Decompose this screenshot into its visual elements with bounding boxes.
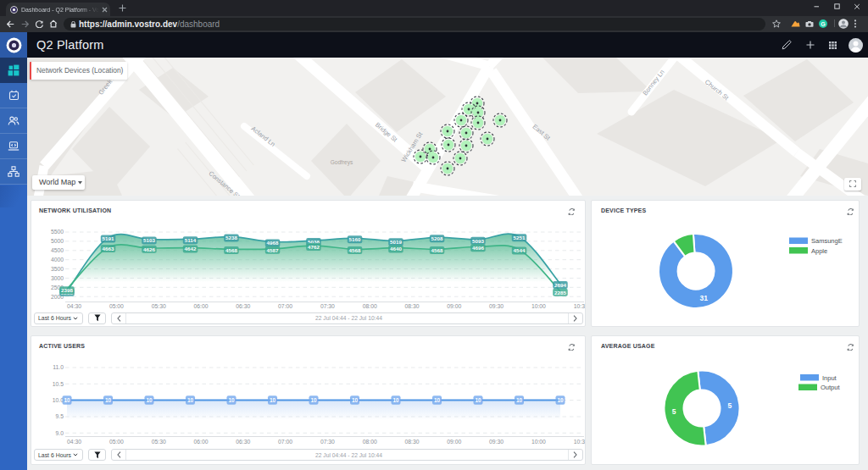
svg-text:10: 10 xyxy=(228,397,235,403)
svg-text:3500: 3500 xyxy=(51,266,64,272)
svg-text:05:00: 05:00 xyxy=(109,439,124,445)
svg-text:3000: 3000 xyxy=(51,275,64,281)
svg-text:4762: 4762 xyxy=(308,244,320,250)
svg-text:4000: 4000 xyxy=(51,257,64,263)
svg-text:5208: 5208 xyxy=(431,235,443,241)
svg-text:10: 10 xyxy=(64,397,70,403)
svg-text:4568: 4568 xyxy=(349,247,361,253)
svg-text:4663: 4663 xyxy=(103,246,114,252)
svg-text:10: 10 xyxy=(270,397,276,403)
svg-text:10: 10 xyxy=(392,397,399,403)
svg-text:08:00: 08:00 xyxy=(363,303,377,309)
svg-text:4640: 4640 xyxy=(390,246,402,252)
svg-text:4968: 4968 xyxy=(267,240,279,246)
svg-text:5019: 5019 xyxy=(390,239,402,245)
svg-text:06:30: 06:30 xyxy=(236,303,250,309)
svg-text:10:30: 10:30 xyxy=(574,303,586,309)
svg-text:2694: 2694 xyxy=(554,282,566,288)
svg-text:10:30: 10:30 xyxy=(574,439,586,445)
svg-text:4500: 4500 xyxy=(51,247,64,253)
svg-text:07:30: 07:30 xyxy=(320,303,335,309)
svg-text:10: 10 xyxy=(557,397,564,403)
svg-text:4568: 4568 xyxy=(431,247,443,253)
svg-text:SamsungE: SamsungE xyxy=(811,237,843,245)
svg-text:10: 10 xyxy=(434,397,441,403)
svg-text:07:00: 07:00 xyxy=(278,439,292,445)
svg-text:4626: 4626 xyxy=(143,246,155,252)
svg-text:09:30: 09:30 xyxy=(489,439,504,445)
svg-text:08:30: 08:30 xyxy=(404,303,419,309)
svg-text:04:30: 04:30 xyxy=(67,439,81,445)
svg-text:10:00: 10:00 xyxy=(531,439,546,445)
svg-text:4544: 4544 xyxy=(514,247,526,253)
svg-text:5000: 5000 xyxy=(51,238,64,244)
svg-text:Godfreys: Godfreys xyxy=(331,159,353,166)
svg-text:Bonney Ln: Bonney Ln xyxy=(641,69,665,97)
svg-text:10: 10 xyxy=(146,397,153,403)
svg-text:5103: 5103 xyxy=(143,237,155,243)
svg-text:10.0: 10.0 xyxy=(53,397,64,403)
svg-text:31: 31 xyxy=(700,294,709,302)
svg-text:10: 10 xyxy=(475,397,481,403)
svg-text:10:00: 10:00 xyxy=(531,303,546,309)
svg-text:4696: 4696 xyxy=(472,245,484,251)
svg-text:4642: 4642 xyxy=(185,246,197,252)
svg-text:5191: 5191 xyxy=(103,235,114,241)
svg-text:4568: 4568 xyxy=(225,247,237,253)
svg-text:09:00: 09:00 xyxy=(447,439,461,445)
svg-text:10: 10 xyxy=(352,397,359,403)
svg-text:5: 5 xyxy=(672,407,676,416)
svg-text:08:30: 08:30 xyxy=(404,439,419,445)
svg-text:04:30: 04:30 xyxy=(67,303,81,309)
svg-text:10: 10 xyxy=(516,397,523,403)
svg-text:5238: 5238 xyxy=(225,235,237,241)
svg-text:05:30: 05:30 xyxy=(152,439,166,445)
svg-text:08:00: 08:00 xyxy=(363,439,377,445)
svg-text:06:00: 06:00 xyxy=(193,303,208,309)
svg-text:5500: 5500 xyxy=(51,229,64,235)
svg-text:10.5: 10.5 xyxy=(53,381,64,387)
svg-text:2398: 2398 xyxy=(61,287,73,293)
svg-text:06:00: 06:00 xyxy=(193,439,208,445)
svg-text:Apple: Apple xyxy=(811,247,827,255)
svg-text:4587: 4587 xyxy=(267,247,279,253)
svg-text:09:30: 09:30 xyxy=(489,303,504,309)
svg-text:10: 10 xyxy=(310,397,317,403)
svg-text:Output: Output xyxy=(821,384,840,391)
svg-text:2285: 2285 xyxy=(554,290,566,296)
svg-text:9.5: 9.5 xyxy=(56,413,64,419)
svg-text:5: 5 xyxy=(727,401,732,410)
svg-text:5251: 5251 xyxy=(514,235,526,241)
svg-text:07:30: 07:30 xyxy=(320,439,335,445)
svg-text:09:00: 09:00 xyxy=(447,303,461,309)
svg-text:10: 10 xyxy=(105,397,112,403)
svg-text:07:00: 07:00 xyxy=(278,303,292,309)
svg-text:5093: 5093 xyxy=(472,238,484,244)
svg-text:5160: 5160 xyxy=(349,236,361,242)
svg-text:05:30: 05:30 xyxy=(152,303,166,309)
svg-text:Input: Input xyxy=(822,374,837,382)
svg-text:06:30: 06:30 xyxy=(236,439,250,445)
svg-text:10: 10 xyxy=(187,397,194,403)
svg-text:11.0: 11.0 xyxy=(53,364,64,370)
svg-text:05:00: 05:00 xyxy=(109,303,124,309)
svg-text:G: G xyxy=(821,20,826,26)
svg-text:9.0: 9.0 xyxy=(56,430,64,436)
svg-text:5114: 5114 xyxy=(185,237,197,243)
